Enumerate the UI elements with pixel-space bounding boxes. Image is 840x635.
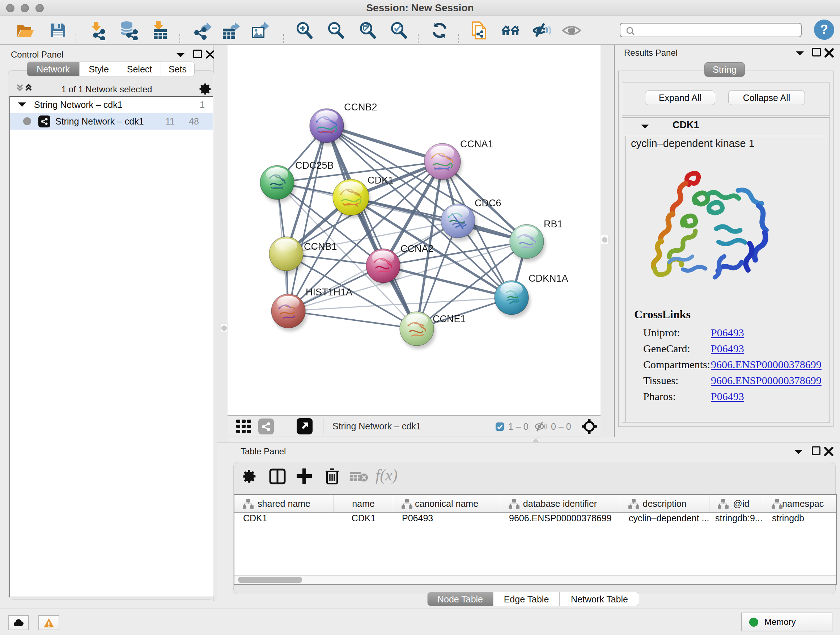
svg-text:CCNB1: CCNB1 — [304, 241, 337, 252]
svg-text:CCNA1: CCNA1 — [460, 139, 493, 149]
svg-text:CDC25B: CDC25B — [295, 160, 334, 171]
svg-text:CDC6: CDC6 — [475, 198, 501, 209]
svg-text:RB1: RB1 — [544, 219, 563, 230]
svg-text:CDKN1A: CDKN1A — [529, 273, 568, 284]
svg-text:CCNA2: CCNA2 — [401, 243, 434, 254]
svg-text:CDK1: CDK1 — [368, 175, 393, 186]
svg-text:?: ? — [820, 22, 828, 37]
svg-text:CCNB2: CCNB2 — [344, 102, 377, 112]
svg-text:HIST1H1A: HIST1H1A — [306, 287, 352, 298]
svg-text:CCNE1: CCNE1 — [433, 314, 466, 325]
